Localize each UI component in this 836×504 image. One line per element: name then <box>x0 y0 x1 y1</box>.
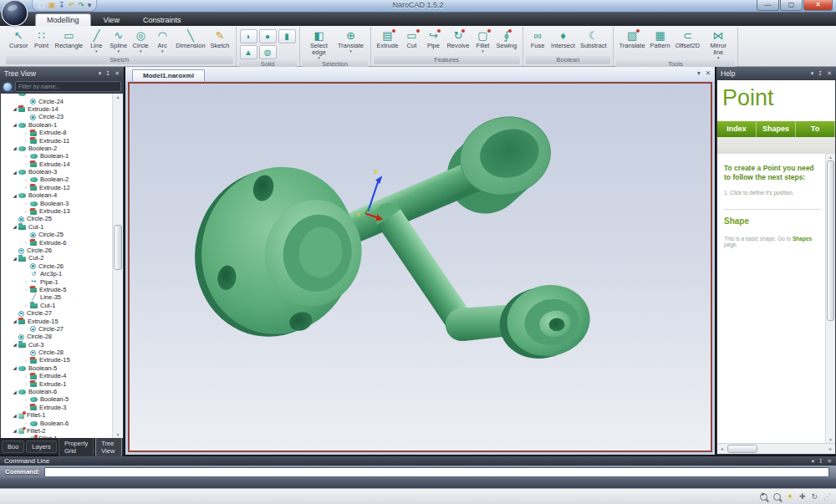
close-icon[interactable]: ✕ <box>827 70 832 77</box>
scroll-left-icon[interactable]: ◄ <box>717 446 726 451</box>
tree-row[interactable]: Circle-28 <box>1 333 113 340</box>
close-icon[interactable]: ✕ <box>828 458 832 465</box>
tree-row[interactable]: ▹Cut-1 <box>1 302 113 309</box>
tree-scrollbar[interactable]: ▲ ▼ <box>112 94 123 438</box>
close-icon[interactable]: ✕ <box>115 70 120 77</box>
expander-icon[interactable]: ◢ <box>11 170 18 175</box>
tree-row[interactable]: ▹Extrude-11 <box>1 136 113 144</box>
scrollbar-thumb[interactable] <box>114 225 122 270</box>
expander-icon[interactable]: ▹ <box>23 397 30 402</box>
tree-row[interactable]: ▹Extrude-8 <box>1 129 113 136</box>
solid-sphere-button[interactable]: ● <box>259 29 277 43</box>
solid-torus-button[interactable]: ◍ <box>259 45 277 59</box>
tree-row[interactable]: ▹Extrude-6 <box>1 238 113 246</box>
tree-row[interactable]: Circle-25 <box>1 231 113 238</box>
spline-button[interactable]: ∿Spline▾ <box>107 28 130 53</box>
tree-row[interactable]: ◢Extrude-15 <box>1 317 113 324</box>
expander-icon[interactable]: ◢ <box>11 224 18 229</box>
tree-row[interactable]: ╱Line-35 <box>1 293 113 301</box>
tree-row[interactable]: Circle-24 <box>1 97 113 104</box>
scroll-right-icon[interactable]: ► <box>826 446 835 451</box>
tree-row[interactable]: ◢Boolean-2 <box>1 145 113 152</box>
tree-row[interactable]: ◢Fillet-1 <box>1 411 113 419</box>
substract-button[interactable]: ☾Substract <box>578 28 609 49</box>
panel-menu-icon[interactable]: ▾ <box>812 458 814 465</box>
shapes-page-link[interactable]: Shapes <box>793 236 812 242</box>
expander-icon[interactable]: ▹ <box>23 154 30 159</box>
tree-row[interactable]: Circle-25 <box>1 215 113 222</box>
search-icon[interactable] <box>3 82 13 92</box>
expander-icon[interactable]: ◢ <box>11 428 18 433</box>
tree-row[interactable]: ◢Fillet-2 <box>1 427 113 435</box>
extrude-button[interactable]: ▤Extrude <box>375 28 401 49</box>
pipe-button[interactable]: ↪Pipe <box>422 28 444 49</box>
document-tab[interactable]: Model1.naroxml <box>132 69 205 81</box>
menu-tab-view[interactable]: View <box>93 14 130 26</box>
intersect-button[interactable]: ♦Intersect <box>548 28 578 49</box>
translate-button[interactable]: ⊕Translate▾ <box>335 28 367 53</box>
zoom-in-icon[interactable] <box>760 493 767 501</box>
tree-row[interactable]: ▹Extrude-5 <box>1 286 113 293</box>
panel-tab-tree-view[interactable]: Tree View <box>95 437 122 457</box>
solid-blob-button[interactable]: ◗ <box>240 29 257 43</box>
tree-row[interactable]: ▹Extrude-15 <box>1 356 113 364</box>
tree-row[interactable]: ◢Boolean-3 <box>1 168 113 176</box>
zoom-fit-icon[interactable]: ✦ <box>787 492 793 501</box>
sketch-button[interactable]: ✎Sketch <box>208 28 232 49</box>
pattern-button[interactable]: ▦Pattern <box>648 28 673 49</box>
menu-tab-constraints[interactable]: Constraints <box>132 14 192 26</box>
solid-cylinder-button[interactable]: ▮ <box>278 29 296 43</box>
panel-tab-layers[interactable]: Layers <box>26 440 57 453</box>
offset2d-button[interactable]: ⊂Offset2D <box>673 28 702 49</box>
scrollbar-thumb[interactable] <box>727 445 757 453</box>
expander-icon[interactable]: ◢ <box>11 193 18 198</box>
tree-row[interactable]: ◢Boolean-1 <box>1 121 113 129</box>
tree-row[interactable]: Circle-26 <box>1 247 113 254</box>
help-tab-index[interactable]: Index <box>717 121 757 137</box>
command-input[interactable] <box>44 467 829 477</box>
circle-button[interactable]: ◎Circle▾ <box>130 28 151 53</box>
expander-icon[interactable]: ▹ <box>23 420 30 425</box>
expander-icon[interactable]: ◢ <box>11 389 18 395</box>
maximize-button[interactable]: ▢ <box>780 0 803 11</box>
expander-icon[interactable]: ▹ <box>23 303 30 308</box>
tree-row[interactable]: Circle-26 <box>1 262 113 270</box>
3d-viewport[interactable]: z x <box>128 82 712 452</box>
tree-row[interactable]: ◢Boolean-5 <box>1 364 113 372</box>
panel-tab-boo[interactable]: Boo <box>2 440 24 453</box>
tree-row[interactable]: ◢Cut-2 <box>1 254 113 262</box>
tree-row[interactable]: Circle-27 <box>1 309 113 317</box>
solid-cone-button[interactable]: ▲ <box>240 45 257 59</box>
cursor-button[interactable]: ↖Cursor <box>7 28 31 49</box>
help-tab-to[interactable]: To <box>796 121 835 137</box>
help-vertical-scrollbar[interactable]: ▲ ▼ <box>825 154 835 443</box>
tree-row[interactable]: ▹Extrude-12 <box>1 184 113 191</box>
expander-icon[interactable]: ◢ <box>11 256 18 261</box>
tree-row[interactable]: ↺Arc3p-1 <box>1 270 113 277</box>
tree-row[interactable]: Circle-27 <box>1 325 113 333</box>
tree-row[interactable]: Circle-23 <box>1 113 113 120</box>
rotate-view-icon[interactable]: ↻ <box>811 492 818 501</box>
pin-icon[interactable]: ↧ <box>105 70 110 77</box>
tree-row[interactable]: ◢Cut-3 <box>1 341 113 349</box>
tree-row[interactable]: ▹Boolean-2 <box>1 176 113 183</box>
tree-row[interactable]: ▹Boolean-6 <box>1 419 113 426</box>
resize-grip-icon[interactable]: ⋰ <box>823 492 831 501</box>
cut-button[interactable]: ▭Cut <box>400 28 422 49</box>
help-horizontal-scrollbar[interactable]: ◄ ► <box>717 443 835 454</box>
pin-icon[interactable]: ↧ <box>818 458 823 465</box>
minimize-button[interactable]: — <box>757 0 779 11</box>
menu-tab-modelling[interactable]: Modelling <box>35 13 91 26</box>
tab-list-icon[interactable]: ▾ <box>697 69 701 77</box>
tree-row[interactable]: Circle-28 <box>1 349 113 356</box>
panel-menu-icon[interactable]: ▾ <box>99 70 102 77</box>
revolve-button[interactable]: ↻Revolve <box>444 28 472 49</box>
tree-row[interactable]: ▹Extrude-14 <box>1 160 113 168</box>
expander-icon[interactable]: ◢ <box>11 145 18 150</box>
expander-icon[interactable]: ◢ <box>11 365 18 370</box>
tree-row[interactable]: ◢Boolean-6 <box>1 388 113 395</box>
pan-icon[interactable]: ✚ <box>799 492 806 501</box>
arc-button[interactable]: ◠Arc▾ <box>151 28 173 53</box>
dimension-button[interactable]: ╲Dimension <box>173 28 207 49</box>
scroll-down-icon[interactable]: ▼ <box>113 432 123 437</box>
